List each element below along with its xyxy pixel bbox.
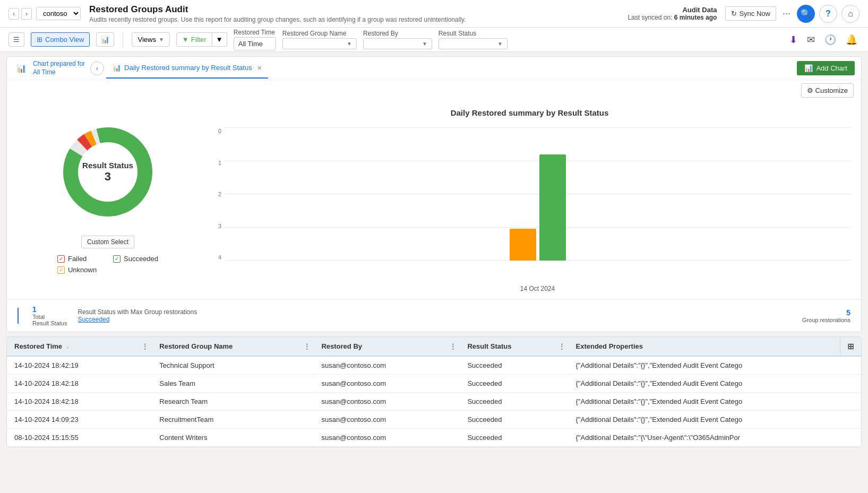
bar-chart-icon: 📊 — [16, 64, 27, 73]
download-button[interactable]: ⬇ — [787, 32, 800, 48]
chart-view-button[interactable]: 📊 — [96, 32, 114, 47]
bar-chart-side: Daily Restored summary by Result Status … — [209, 108, 850, 289]
col-restored-by[interactable]: Restored By ⋮ — [314, 337, 460, 356]
col-menu-icon[interactable]: ⋮ — [449, 342, 457, 351]
chart-small-icon-button[interactable]: 📊 — [13, 62, 30, 75]
chart-tab-icon: 📊 — [113, 64, 121, 72]
chart-legend: ✓ Failed ✓ Succeeded ✓ Unknown — [57, 255, 158, 274]
col-restored-time[interactable]: Restored Time ↓ ⋮ — [7, 337, 152, 356]
clock-alert-button[interactable]: 🕐 — [822, 32, 838, 48]
more-options-button[interactable]: ··· — [780, 6, 793, 21]
col-extended-props[interactable]: Extended Properties ⊞ — [569, 337, 861, 356]
col-menu-icon[interactable]: ⋮ — [303, 342, 311, 351]
home-button[interactable]: ⌂ — [841, 5, 860, 23]
toolbar-right: ⬇ ✉ 🕐 🔔 — [787, 32, 860, 48]
combo-view-button[interactable]: ⊞ Combo View — [31, 32, 90, 47]
help-button[interactable]: ? — [819, 5, 837, 23]
legend-checkbox-succeeded[interactable]: ✓ — [113, 255, 121, 263]
sort-icon: ↓ — [66, 344, 69, 350]
filter-label-restored-time: Restored Time — [234, 29, 276, 36]
add-chart-icon: 📊 — [804, 64, 813, 72]
chart-title-main: Daily Restored summary by Result Status — [209, 108, 850, 117]
grid-section: Restored Time ↓ ⋮ Restored Group Name ⋮ … — [6, 336, 862, 447]
restored-by-select[interactable]: ▼ — [363, 38, 432, 49]
views-button[interactable]: Views ▼ — [132, 32, 169, 47]
result-status-select[interactable]: ▼ — [439, 38, 508, 49]
combo-view-icon: ⊞ — [37, 36, 42, 44]
chart-tab-close-button[interactable]: × — [257, 64, 262, 72]
list-icon: ☰ — [13, 36, 20, 44]
chart-tab-daily[interactable]: 📊 Daily Restored summary by Result Statu… — [106, 58, 268, 79]
footer-max-group-link[interactable]: Succeeded — [78, 316, 791, 323]
filter-icon: ▼ — [182, 36, 189, 44]
page-subtitle: Audits recently restored groups. Use thi… — [89, 16, 628, 23]
audit-data-sub: Last synced on: 6 minutes ago — [628, 14, 717, 21]
group-name-select[interactable]: ▼ — [282, 38, 357, 49]
custom-select-button[interactable]: Custom Select — [81, 236, 134, 248]
chart-footer: 1 Total Result Status Result Status with… — [7, 299, 861, 332]
data-grid: Restored Time ↓ ⋮ Restored Group Name ⋮ … — [7, 337, 861, 447]
chevron-down-icon: ▼ — [216, 36, 223, 44]
table-row: 14-10-2024 18:42:18Research Teamsusan@co… — [7, 393, 861, 411]
sync-icon: ↻ — [731, 10, 737, 18]
legend-item-unknown: ✓ Unknown — [57, 266, 102, 274]
sync-now-button[interactable]: ↻ Sync Now — [725, 6, 776, 21]
separator — [123, 32, 123, 47]
col-menu-icon[interactable]: ⋮ — [558, 342, 565, 351]
bar-yaxis: 4 3 2 1 0 — [209, 128, 225, 261]
help-icon: ? — [826, 9, 831, 19]
grid-corner-button[interactable]: ⊞ — [840, 337, 861, 356]
list-view-button[interactable]: ☰ — [8, 32, 24, 47]
col-group-name[interactable]: Restored Group Name ⋮ — [152, 337, 314, 356]
breadcrumb-select[interactable]: contoso — [36, 7, 81, 20]
legend-item-succeeded: ✓ Succeeded — [113, 255, 158, 263]
search-button[interactable]: 🔍 — [797, 5, 815, 23]
chart-icon: 📊 — [101, 36, 109, 44]
top-bar: ‹ › contoso Restored Groups Audit Audits… — [0, 0, 868, 28]
notification-button[interactable]: 🔔 — [844, 32, 860, 48]
customize-button[interactable]: ⚙ Customize — [801, 83, 854, 98]
chart-nav-prev-button[interactable]: ‹ — [90, 62, 104, 75]
chart-prepared-link[interactable]: All Time — [33, 68, 85, 77]
table-row: 14-10-2024 14:09:23RecruitmentTeamsusan@… — [7, 411, 861, 429]
legend-checkbox-failed[interactable]: ✓ — [57, 255, 65, 263]
home-icon: ⌂ — [848, 9, 853, 19]
back-button[interactable]: ‹ — [8, 8, 19, 20]
grid-body: 14-10-2024 18:42:19Technical Supportsusa… — [7, 356, 861, 447]
restored-time-select[interactable]: All Time — [234, 37, 276, 50]
bar-group-1 — [510, 229, 536, 261]
col-result-status[interactable]: Result Status ⋮ — [460, 337, 568, 356]
filter-caret-button[interactable]: ▼ — [212, 32, 227, 47]
chevron-down-icon: ▼ — [159, 37, 164, 42]
filter-label-result-status: Result Status — [439, 30, 508, 37]
legend-item-failed: ✓ Failed — [57, 255, 102, 263]
chevron-down-icon: ▼ — [422, 41, 427, 47]
search-icon: 🔍 — [801, 8, 811, 19]
bars-container — [225, 128, 850, 261]
filter-button[interactable]: ▼ Filter — [176, 32, 212, 47]
chevron-down-icon: ▼ — [347, 41, 352, 47]
filter-group: ▼ Filter ▼ — [176, 32, 227, 47]
footer-max-group-label: Result Status with Max Group restoration… — [78, 308, 791, 316]
filter-label-restored-by: Restored By — [363, 30, 432, 37]
forward-button[interactable]: › — [21, 8, 32, 20]
bar-failed — [510, 229, 536, 261]
add-chart-button[interactable]: 📊 Add Chart — [797, 61, 855, 75]
legend-checkbox-unknown[interactable]: ✓ — [57, 266, 65, 274]
result-status-filter: Result Status ▼ — [439, 30, 508, 49]
restored-by-filter: Restored By ▼ — [363, 30, 432, 49]
audit-data-label: Audit Data — [628, 6, 717, 14]
footer-stat-restorations: 5 Group restorations — [802, 308, 850, 323]
filter-label-group-name: Restored Group Name — [282, 30, 357, 37]
email-button[interactable]: ✉ — [805, 32, 817, 48]
gear-icon: ⚙ — [807, 87, 813, 94]
footer-bar — [18, 308, 19, 324]
top-actions: ↻ Sync Now ··· 🔍 ? ⌂ — [725, 5, 860, 23]
chart-tabs: 📊 Chart prepared for All Time ‹ 📊 Daily … — [7, 57, 861, 80]
x-axis-label: 14 Oct 2024 — [225, 285, 850, 292]
audit-data-block: Audit Data Last synced on: 6 minutes ago — [628, 6, 717, 21]
footer-spacer: Result Status with Max Group restoration… — [78, 308, 791, 323]
col-menu-icon[interactable]: ⋮ — [141, 342, 149, 351]
donut-label: Result Status 3 — [82, 161, 133, 184]
table-row: 14-10-2024 18:42:18Sales Teamsusan@conto… — [7, 375, 861, 393]
